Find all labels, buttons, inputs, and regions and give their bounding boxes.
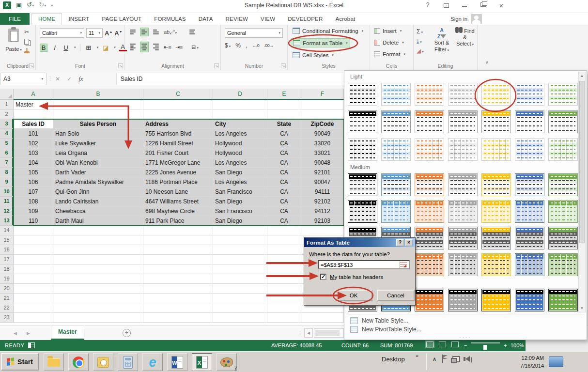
row-header-4[interactable]: 4: [0, 129, 14, 139]
row-header-22[interactable]: 22: [0, 303, 14, 313]
table-style-medium1-orange[interactable]: [415, 173, 444, 196]
cell-C7[interactable]: 1771 McGregor Lane: [143, 158, 213, 168]
cell-B8[interactable]: Darth Vader: [53, 168, 143, 177]
help-button[interactable]: ?: [422, 1, 433, 10]
cell-D2[interactable]: [213, 109, 267, 119]
table-style-light3-blue[interactable]: [381, 138, 411, 161]
table-style-light1-orange[interactable]: [415, 83, 444, 106]
cell-A18[interactable]: [14, 264, 53, 274]
table-style-medium1-yellow[interactable]: [481, 173, 511, 196]
cell-F10[interactable]: 94111: [301, 187, 344, 197]
cell-F1[interactable]: [301, 100, 344, 109]
fill-button[interactable]: ⤓▾: [417, 38, 424, 45]
cell-D18[interactable]: [213, 264, 267, 274]
sort-filter-button[interactable]: AZ Sort & Filter▾: [431, 27, 452, 53]
taskbar-word-button[interactable]: W: [167, 353, 187, 371]
cell-C1[interactable]: [143, 100, 213, 109]
cell-B21[interactable]: [53, 294, 143, 303]
cell-C11[interactable]: 4647 Williams Street: [143, 197, 213, 206]
table-style-light1-gray[interactable]: [448, 83, 478, 106]
cell-A20[interactable]: [14, 284, 53, 294]
cell-D1[interactable]: [213, 100, 267, 109]
table-style-light2-gray[interactable]: [448, 110, 478, 133]
taskbar-file-explorer-button[interactable]: [44, 353, 64, 371]
cell-C12[interactable]: 698 Mayhew Circle: [143, 206, 213, 216]
table-style-light2-blue[interactable]: [381, 110, 411, 133]
table-style-light1-yellow[interactable]: [481, 83, 511, 106]
decrease-indent-button[interactable]: ⇤≡: [164, 44, 171, 50]
table-style-medium2-dark-blue[interactable]: [515, 200, 544, 223]
taskbar-internet-explorer-button[interactable]: e: [142, 353, 163, 371]
borders-button[interactable]: ⊞: [85, 44, 93, 51]
cut-icon[interactable]: ✂: [24, 29, 30, 35]
table-style-light3-gray[interactable]: [448, 138, 478, 161]
desktop-chevron-icon[interactable]: »: [416, 353, 418, 358]
row-header-10[interactable]: 10: [0, 187, 14, 197]
conditional-formatting-button[interactable]: Conditional Formatting▾: [291, 27, 365, 35]
row-header-8[interactable]: 8: [0, 168, 14, 177]
customize-qat-icon[interactable]: ▾: [51, 3, 53, 8]
table-style-light3-green[interactable]: [548, 138, 578, 161]
cell-A12[interactable]: 109: [14, 206, 53, 216]
cell-C22[interactable]: [143, 303, 213, 313]
table-style-light3-black-white[interactable]: [348, 138, 377, 161]
cell-D22[interactable]: [213, 303, 267, 313]
cell-B11[interactable]: Lando Calrissian: [53, 197, 143, 206]
cell-D6[interactable]: Hollywood: [213, 148, 267, 158]
cell-E12[interactable]: CA: [267, 206, 301, 216]
cell-A2[interactable]: [14, 109, 53, 119]
zoom-in-icon[interactable]: +: [504, 342, 507, 348]
minimize-button[interactable]: [459, 1, 470, 10]
cell-D11[interactable]: San Diego: [213, 197, 267, 206]
cell-A23[interactable]: [14, 313, 53, 323]
table-style-medium1-dark-blue[interactable]: [515, 173, 544, 196]
cell-B3[interactable]: Sales Person: [53, 119, 143, 129]
undo-icon[interactable]: ↺▾: [27, 1, 34, 10]
taskbar-clock[interactable]: 12:09 AM 7/16/2014: [506, 354, 544, 370]
desktop-toolbar[interactable]: Desktop: [382, 356, 405, 363]
cell-E21[interactable]: [267, 294, 301, 303]
row-header-14[interactable]: 14: [0, 226, 14, 235]
cell-B1[interactable]: [53, 100, 143, 109]
cell-E2[interactable]: [267, 109, 301, 119]
cell-C13[interactable]: 911 Park Place: [143, 216, 213, 226]
row-header-12[interactable]: 12: [0, 206, 14, 216]
row-header-1[interactable]: 1: [0, 100, 14, 109]
zoom-out-icon[interactable]: −: [464, 342, 467, 348]
zoom-slider[interactable]: [471, 342, 500, 343]
close-button[interactable]: ×: [496, 1, 507, 10]
table-style-medium2-yellow[interactable]: [481, 200, 511, 223]
cell-B22[interactable]: [53, 303, 143, 313]
cell-C21[interactable]: [143, 294, 213, 303]
table-style-medium2-orange[interactable]: [415, 200, 444, 223]
table-style-medium3-orange[interactable]: [415, 227, 444, 249]
table-style-light2-yellow[interactable]: [481, 110, 511, 133]
cell-E18[interactable]: [267, 264, 301, 274]
align-left-button[interactable]: [129, 42, 137, 52]
sign-in[interactable]: Sign in: [450, 14, 482, 24]
cell-D20[interactable]: [213, 284, 267, 294]
cell-C20[interactable]: [143, 284, 213, 294]
cell-E14[interactable]: [267, 226, 301, 235]
cell-A14[interactable]: [14, 226, 53, 235]
table-style-medium3-dark-blue[interactable]: [515, 227, 544, 249]
cell-E13[interactable]: CA: [267, 216, 301, 226]
decrease-decimal-button[interactable]: .00→: [264, 43, 274, 48]
cell-E8[interactable]: CA: [267, 168, 301, 177]
cell-A9[interactable]: 106: [14, 177, 53, 187]
cell-B5[interactable]: Luke Skywalker: [53, 139, 143, 148]
table-style-medium2-green[interactable]: [548, 200, 578, 223]
currency-button[interactable]: $▾: [225, 42, 231, 49]
network-icon[interactable]: [452, 356, 460, 362]
row-header-13[interactable]: 13: [0, 216, 14, 226]
cell-B10[interactable]: Qui-Gon Jinn: [53, 187, 143, 197]
show-desktop-button[interactable]: [549, 356, 563, 367]
cell-C18[interactable]: [143, 264, 213, 274]
cell-F5[interactable]: 33020: [301, 139, 344, 148]
table-style-light2-orange[interactable]: [415, 110, 444, 133]
insert-cells-button[interactable]: Insert▾: [374, 28, 402, 34]
row-header-23[interactable]: 23: [0, 313, 14, 323]
gallery-resize-grip[interactable]: ····: [344, 335, 587, 340]
sheet-tab-master[interactable]: Master: [51, 326, 84, 340]
row-header-17[interactable]: 17: [0, 255, 14, 264]
